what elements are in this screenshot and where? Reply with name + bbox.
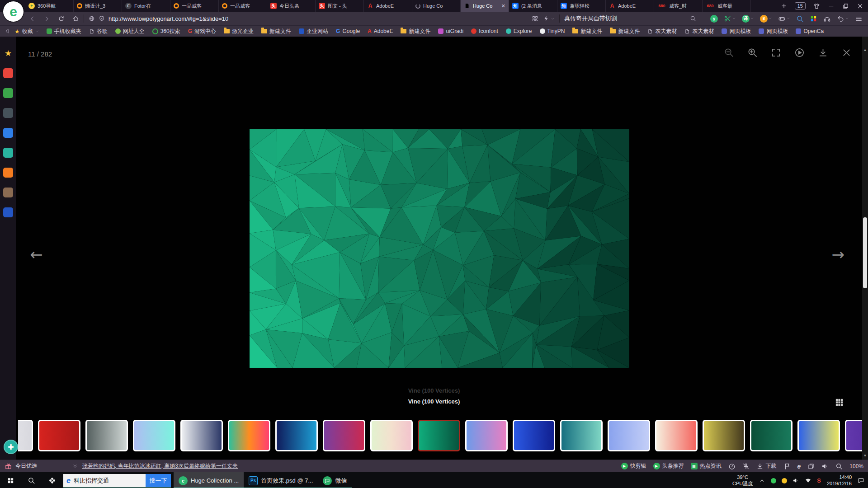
- bookmark-item[interactable]: AAdobeE: [368, 28, 393, 34]
- search-go-button[interactable]: 搜一下: [146, 474, 171, 487]
- bookmark-item[interactable]: 新建文件: [572, 28, 602, 35]
- close-window-button[interactable]: [857, 3, 863, 9]
- thumbnail[interactable]: [370, 420, 413, 451]
- statusbar-tool-快剪辑[interactable]: ▶快剪辑: [621, 462, 646, 470]
- taskbar-search-box[interactable]: e 科比指挥交通 搜一下: [63, 474, 171, 487]
- chevron-down-icon[interactable]: [551, 17, 555, 21]
- floating-helper-button[interactable]: ✚: [4, 440, 18, 454]
- thumbnail[interactable]: [228, 420, 270, 451]
- downloads-button[interactable]: 下载: [756, 462, 777, 470]
- browser-tab[interactable]: FFotor在: [122, 0, 170, 12]
- listen-radio-button[interactable]: [823, 15, 831, 23]
- tray-green-icon[interactable]: [771, 478, 776, 483]
- scrollbar-thumb[interactable]: [863, 217, 867, 288]
- bookmark-item[interactable]: 农夫素材: [684, 28, 714, 35]
- browser-logo[interactable]: e: [3, 1, 24, 22]
- browser-tab[interactable]: 一品威客: [219, 0, 267, 12]
- bookmark-item[interactable]: 谷歌: [89, 28, 108, 35]
- sidebar-icon-app-indigo[interactable]: [3, 207, 13, 217]
- notification-center-icon[interactable]: [858, 477, 864, 484]
- thumbnail[interactable]: [655, 420, 698, 451]
- bookmark-item[interactable]: 新建文件: [610, 28, 640, 35]
- apps-grid-button[interactable]: [810, 15, 817, 23]
- find-on-page-button[interactable]: [835, 463, 843, 470]
- statusbar-tool-热点资讯[interactable]: ▦热点资讯: [691, 462, 722, 470]
- recently-closed-button[interactable]: [837, 15, 849, 23]
- mute-page-button[interactable]: [821, 463, 829, 470]
- bookmark-item[interactable]: 手机收藏夹: [47, 28, 81, 35]
- zoom-in-icon[interactable]: [747, 47, 758, 58]
- thumbnail-grid-toggle-icon[interactable]: [834, 397, 844, 408]
- hidden-icons-icon[interactable]: [759, 477, 765, 484]
- sidebar-icon-app-orange[interactable]: [3, 168, 13, 178]
- zoom-level[interactable]: 100%: [849, 463, 863, 469]
- site-info-icon[interactable]: [89, 15, 95, 22]
- bookmark-item[interactable]: 网页模板: [759, 28, 788, 35]
- thumbnail[interactable]: [18, 420, 33, 451]
- find-in-page-button[interactable]: [796, 15, 804, 23]
- sidebar-icon-app-blue[interactable]: [3, 128, 13, 138]
- task-view-button[interactable]: [42, 472, 62, 488]
- browser-tab[interactable]: 头今日头条: [267, 0, 316, 12]
- game-center-button[interactable]: [778, 15, 790, 23]
- sidebar-icon-app-dark[interactable]: [3, 108, 13, 118]
- start-button[interactable]: [0, 472, 21, 488]
- lowpoly-artwork[interactable]: [250, 129, 629, 368]
- taskbar-app[interactable]: Ps首页效果.psd @ 7...: [244, 472, 318, 488]
- refresh-button[interactable]: [58, 15, 65, 22]
- chevron-down-icon[interactable]: [787, 17, 790, 20]
- theme-skin-icon[interactable]: [813, 3, 820, 9]
- sidebar-icon-app-green[interactable]: [3, 88, 13, 98]
- close-gallery-icon[interactable]: [841, 47, 852, 58]
- slideshow-icon[interactable]: [794, 47, 805, 58]
- translate-button[interactable]: 译: [742, 15, 754, 23]
- thumbnail[interactable]: [38, 420, 80, 451]
- gift-icon[interactable]: [5, 462, 12, 470]
- search-icon[interactable]: [690, 15, 696, 22]
- zoom-out-icon[interactable]: [724, 47, 734, 58]
- bookmark-item[interactable]: 农夫素材: [647, 28, 677, 35]
- taskbar-search-button[interactable]: [21, 472, 42, 488]
- browser-tab[interactable]: AAdobeE: [364, 0, 412, 12]
- thumbnail[interactable]: [608, 420, 650, 451]
- search-input[interactable]: 真传奇开局自带切割: [564, 14, 686, 23]
- assistant-button[interactable]: y: [710, 15, 718, 23]
- taskbar-search-value[interactable]: 科比指挥交通: [74, 477, 146, 485]
- next-slide-arrow[interactable]: →: [832, 245, 845, 263]
- chevron-down-icon[interactable]: [732, 17, 736, 20]
- bookmark-item[interactable]: 激光企业: [224, 28, 254, 35]
- scroll-down-arrow[interactable]: ▼: [862, 452, 868, 459]
- browser-tab[interactable]: 680威客最: [703, 0, 751, 12]
- restore-button[interactable]: [842, 3, 849, 9]
- bookmark-item[interactable]: uiGradi: [438, 28, 463, 34]
- bookmark-item[interactable]: 网页模板: [722, 28, 751, 35]
- tab-count-badge[interactable]: 15: [795, 2, 806, 9]
- thumbnail[interactable]: [323, 420, 365, 451]
- taskbar-app[interactable]: eHuge Collection ...: [174, 472, 244, 488]
- bookmark-item[interactable]: GGoogle: [336, 28, 360, 34]
- restore-window-button[interactable]: [807, 463, 815, 470]
- home-button[interactable]: [72, 15, 79, 22]
- boss-key-button[interactable]: [742, 463, 750, 470]
- main-menu-button[interactable]: [855, 15, 863, 23]
- browser-tab[interactable]: AAdobeE: [606, 0, 654, 12]
- browser-tab[interactable]: 一品威客: [170, 0, 219, 12]
- cpu-temp-widget[interactable]: 39°C CPU温度: [732, 474, 753, 487]
- browser-tab[interactable]: 知兼职轻松: [557, 0, 606, 12]
- thumbnail[interactable]: [133, 420, 175, 451]
- thumbnail[interactable]: [275, 420, 318, 451]
- sidebar-icon-app-brown[interactable]: [3, 188, 13, 197]
- thumbnail[interactable]: [85, 420, 128, 451]
- report-site-button[interactable]: [783, 463, 791, 470]
- bookmark-item[interactable]: G游戏中心: [188, 28, 216, 35]
- thumbnail-selected[interactable]: [418, 420, 460, 451]
- download-icon[interactable]: [818, 47, 828, 58]
- search-box[interactable]: 真传奇开局自带切割: [564, 14, 696, 23]
- browser-tab[interactable]: Huge Co✕: [461, 0, 509, 12]
- new-tab-button[interactable]: [781, 3, 787, 9]
- speed-mode-button[interactable]: [728, 463, 736, 470]
- back-button[interactable]: [29, 15, 36, 22]
- screenshot-scissors-button[interactable]: [724, 15, 736, 23]
- sidebar-icon-favorites[interactable]: ★: [3, 48, 13, 58]
- tab-close-icon[interactable]: ✕: [501, 3, 505, 9]
